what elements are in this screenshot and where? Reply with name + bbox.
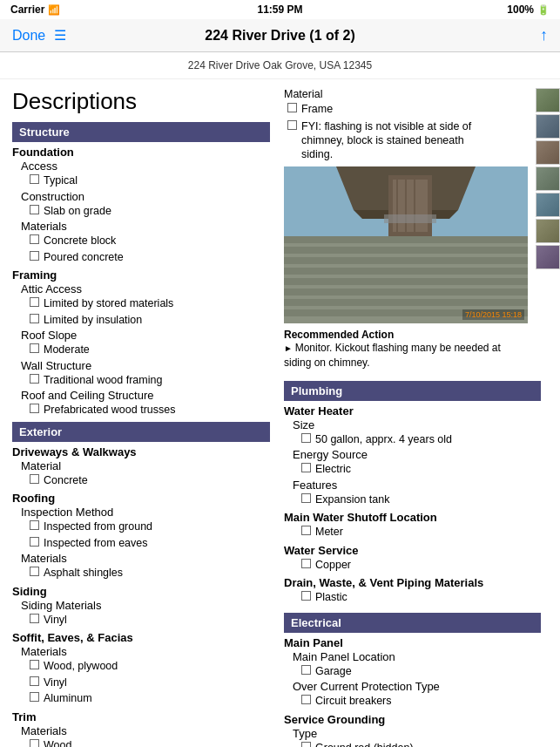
concrete-block-label: Concrete block: [44, 234, 116, 249]
prefab-trusses-item: Prefabricated wood trusses: [30, 403, 270, 418]
50-gallon-checkbox[interactable]: [301, 433, 311, 443]
electric-checkbox[interactable]: [301, 463, 311, 472]
frame-checkbox[interactable]: [287, 103, 297, 112]
frame-item: Frame: [287, 102, 553, 118]
roof-slope-label: Roof Slope: [21, 329, 270, 342]
water-heater-header: Water Heater: [284, 404, 541, 418]
thumbnail-7[interactable]: [536, 245, 560, 269]
copper-checkbox[interactable]: [301, 559, 311, 568]
moderate-checkbox[interactable]: [30, 343, 39, 353]
status-right: 100% 🔋: [507, 3, 550, 16]
status-left: Carrier 📶: [10, 3, 60, 16]
vinyl-soffit-checkbox[interactable]: [30, 676, 39, 686]
expansion-tank-checkbox[interactable]: [301, 493, 311, 503]
right-column: Material Frame FYI: flashing is not visi…: [279, 88, 560, 747]
nav-title: 224 River Drive (1 of 2): [205, 28, 355, 44]
foundation-header: Foundation: [12, 146, 270, 159]
ground-rod-label: Ground rod (hidden): [315, 741, 414, 747]
electric-label: Electric: [315, 462, 351, 478]
done-button[interactable]: Done: [12, 28, 45, 44]
plastic-label: Plastic: [315, 590, 347, 606]
wood-plywood-item: Wood, plywood: [30, 659, 270, 675]
thumbnail-1[interactable]: [536, 88, 560, 112]
over-current-label: Over Current Protection Type: [293, 680, 541, 693]
photo-container[interactable]: 7/10/2015 15:18: [284, 166, 528, 323]
drain-waste-header: Drain, Waste, & Vent Piping Materials: [284, 576, 541, 589]
water-service-header: Water Service: [284, 544, 541, 557]
electrical-section-header: Electrical: [284, 613, 541, 633]
frame-label: Frame: [301, 102, 333, 118]
wood-plywood-checkbox[interactable]: [30, 660, 39, 669]
soffit-header: Soffit, Eaves, & Facias: [12, 631, 270, 644]
inspected-eaves-checkbox[interactable]: [30, 537, 39, 547]
meter-item: Meter: [301, 525, 541, 540]
circuit-breakers-checkbox[interactable]: [301, 695, 311, 704]
concrete-driveway-label: Concrete: [44, 473, 88, 489]
slab-checkbox[interactable]: [30, 205, 39, 214]
foundation-materials-label: Materials: [21, 220, 270, 233]
status-bar: Carrier 📶 11:59 PM 100% 🔋: [0, 0, 560, 19]
svg-rect-6: [284, 278, 528, 285]
page-title: Descriptions: [12, 88, 270, 115]
share-button[interactable]: ↑: [540, 26, 548, 44]
vinyl-soffit-item: Vinyl: [30, 676, 270, 691]
asphalt-checkbox[interactable]: [30, 567, 39, 576]
recommended-action: Recommended Action Monitor. Kickout flas…: [284, 329, 528, 370]
typical-label: Typical: [44, 173, 78, 189]
thumbnail-3[interactable]: [536, 140, 560, 165]
concrete-driveway-checkbox[interactable]: [30, 474, 39, 484]
slab-label: Slab on grade: [44, 204, 111, 220]
wood-framing-item: Traditional wood framing: [30, 373, 270, 389]
prefab-trusses-checkbox[interactable]: [30, 404, 39, 413]
roof-ceiling-label: Roof and Ceiling Structure: [21, 389, 270, 402]
inspected-ground-checkbox[interactable]: [30, 520, 39, 530]
thumbnail-strip: [536, 88, 560, 269]
ground-rod-checkbox[interactable]: [301, 742, 311, 747]
concrete-block-item: Concrete block: [30, 234, 270, 249]
thumbnail-6[interactable]: [536, 219, 560, 243]
driveways-header: Driveways & Walkways: [12, 445, 270, 458]
wood-framing-checkbox[interactable]: [30, 374, 39, 384]
aluminum-item: Aluminum: [30, 691, 270, 707]
carrier-label: Carrier: [10, 3, 44, 16]
concrete-block-checkbox[interactable]: [30, 234, 39, 244]
thumbnail-2[interactable]: [536, 114, 560, 139]
fyi-label: FYI: flashing is not visible at side of …: [301, 119, 493, 162]
inspected-eaves-label: Inspected from eaves: [44, 536, 148, 552]
vinyl-siding-label: Vinyl: [44, 613, 67, 628]
electric-item: Electric: [301, 462, 541, 478]
meter-checkbox[interactable]: [301, 526, 311, 535]
battery-icon: 🔋: [537, 4, 550, 16]
service-grounding-header: Service Grounding: [284, 713, 541, 726]
main-panel-location-label: Main Panel Location: [293, 650, 541, 663]
poured-concrete-checkbox[interactable]: [30, 251, 39, 261]
poured-concrete-item: Poured concrete: [30, 250, 270, 266]
50-gallon-label: 50 gallon, apprx. 4 years old: [315, 432, 452, 448]
inspection-method-label: Inspection Method: [21, 506, 270, 519]
garage-checkbox[interactable]: [301, 665, 311, 675]
address-text: 224 River Drive Oak Grove, USA 12345: [188, 59, 372, 71]
thumbnail-5[interactable]: [536, 193, 560, 217]
expansion-tank-label: Expansion tank: [315, 492, 389, 508]
moderate-label: Moderate: [44, 343, 90, 358]
menu-icon[interactable]: ☰: [54, 27, 66, 44]
inspected-ground-item: Inspected from ground: [30, 520, 270, 535]
typical-item: Typical: [30, 173, 270, 189]
attic-access-label: Attic Access: [21, 282, 270, 295]
trim-wood-checkbox[interactable]: [30, 739, 39, 748]
typical-checkbox[interactable]: [30, 174, 39, 184]
soffit-materials-label: Materials: [21, 645, 270, 658]
aluminum-checkbox[interactable]: [30, 692, 39, 702]
plumbing-section: Plumbing Water Heater Size 50 gallon, ap…: [284, 381, 541, 747]
fyi-checkbox[interactable]: [287, 120, 297, 130]
material-label: Material: [284, 88, 553, 100]
main-water-shutoff-header: Main Water Shutoff Location: [284, 511, 541, 524]
limited-stored-checkbox[interactable]: [30, 297, 39, 307]
limited-insulation-checkbox[interactable]: [30, 314, 39, 323]
plastic-checkbox[interactable]: [301, 591, 311, 601]
copper-label: Copper: [315, 558, 351, 574]
thumbnail-4[interactable]: [536, 166, 560, 191]
asphalt-label: Asphalt shingles: [44, 566, 123, 581]
vinyl-siding-checkbox[interactable]: [30, 614, 39, 623]
limited-insulation-label: Limited by insulation: [44, 313, 142, 329]
